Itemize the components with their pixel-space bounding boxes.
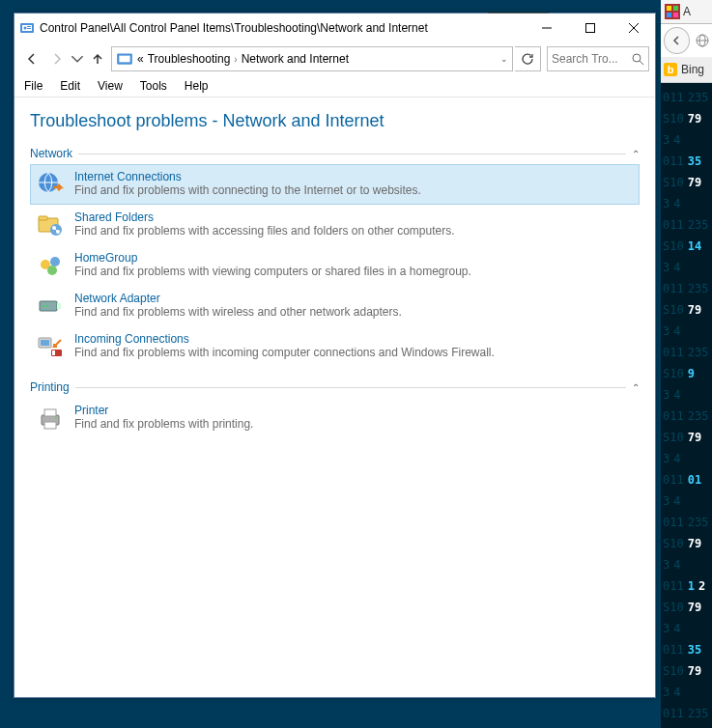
nav-history-dropdown[interactable] [71, 47, 84, 70]
svg-rect-3 [667, 13, 671, 17]
address-dropdown-icon[interactable]: ⌄ [500, 54, 508, 64]
group-header-network[interactable]: Network ⌃ [30, 147, 640, 160]
svg-rect-13 [27, 26, 31, 27]
browser-back-button[interactable] [664, 27, 690, 54]
nav-forward-button [45, 47, 69, 70]
browser-toolbar-fragment: A [661, 0, 712, 24]
svg-line-22 [640, 61, 643, 65]
browser-refresh-button[interactable] [693, 31, 712, 50]
refresh-button[interactable] [515, 46, 541, 71]
breadcrumb-seg-1[interactable]: Troubleshooting [148, 52, 231, 66]
breadcrumb-prefix: « [137, 52, 144, 66]
refresh-icon [521, 52, 534, 66]
svg-point-36 [46, 305, 48, 307]
maximize-button[interactable] [568, 14, 612, 42]
troubleshooter-desc: Find and fix problems with viewing compu… [74, 265, 471, 278]
minimize-icon [542, 23, 552, 33]
svg-point-21 [633, 54, 641, 62]
breadcrumb-seg-2[interactable]: Network and Internet [242, 52, 349, 66]
menu-bar: File Edit View Tools Help [14, 75, 655, 98]
search-placeholder: Search Tro... [552, 52, 632, 66]
svg-rect-16 [585, 24, 594, 33]
troubleshooter-icon [36, 292, 65, 321]
menu-help[interactable]: Help [185, 79, 209, 93]
browser-app-label: A [683, 5, 691, 18]
svg-point-35 [43, 305, 44, 307]
troubleshooter-item[interactable]: HomeGroupFind and fix problems with view… [30, 245, 640, 286]
group-label: Printing [30, 380, 70, 394]
minimize-button[interactable] [525, 14, 568, 42]
titlebar[interactable]: Control Panel\All Control Panel Items\Tr… [14, 14, 655, 42]
troubleshooter-desc: Find and fix problems with printing. [74, 417, 253, 431]
globe-icon [696, 34, 709, 47]
chevron-right-icon: › [234, 54, 237, 65]
troubleshooter-name: Network Adapter [74, 292, 402, 305]
control-panel-icon [19, 20, 35, 36]
troubleshooter-item[interactable]: Network AdapterFind and fix problems wit… [30, 286, 640, 326]
arrow-up-icon [90, 51, 105, 67]
chevron-down-icon [71, 51, 84, 67]
troubleshooter-icon [36, 332, 65, 361]
troubleshooter-desc: Find and fix problems with incoming comp… [74, 346, 495, 359]
troubleshooter-name: HomeGroup [74, 251, 471, 265]
nav-back-button[interactable] [20, 47, 43, 70]
close-icon [629, 23, 639, 33]
chevron-up-icon[interactable]: ⌃ [632, 382, 640, 393]
address-bar[interactable]: « Troubleshooting › Network and Internet… [111, 46, 513, 71]
troubleshooter-icon [36, 210, 65, 239]
troubleshooter-item[interactable]: PrinterFind and fix problems with printi… [30, 398, 640, 438]
svg-rect-40 [52, 350, 55, 355]
troubleshooter-item[interactable]: Incoming ConnectionsFind and fix problem… [30, 326, 640, 367]
troubleshooter-item[interactable]: Internet ConnectionsFind and fix problem… [30, 164, 640, 205]
arrow-left-icon [671, 35, 683, 46]
menu-file[interactable]: File [24, 79, 43, 93]
svg-rect-2 [673, 6, 678, 11]
troubleshooter-name: Printer [74, 404, 253, 417]
troubleshooter-icon [36, 170, 65, 199]
nav-up-button[interactable] [86, 47, 109, 70]
troubleshooter-icon [36, 404, 65, 433]
browser-tab-label[interactable]: Bing [681, 63, 704, 76]
svg-rect-20 [119, 56, 129, 63]
troubleshooter-name: Incoming Connections [74, 332, 495, 346]
group-label: Network [30, 147, 72, 160]
content-pane: Troubleshoot problems - Network and Inte… [14, 98, 655, 438]
nav-row: « Troubleshooting › Network and Internet… [14, 42, 655, 75]
close-button[interactable] [612, 14, 655, 42]
group-header-printing[interactable]: Printing ⌃ [30, 380, 640, 394]
troubleshooter-desc: Find and fix problems with wireless and … [74, 305, 402, 319]
menu-view[interactable]: View [98, 79, 123, 93]
search-input[interactable]: Search Tro... [547, 46, 649, 71]
svg-point-31 [50, 257, 60, 266]
app-icon [665, 4, 680, 19]
arrow-right-icon [49, 51, 65, 67]
troubleshooter-item[interactable]: Shared FoldersFind and fix problems with… [30, 205, 640, 245]
troubleshooter-icon [36, 251, 65, 280]
arrow-left-icon [24, 51, 40, 67]
background-code-column: 011235S10793401135S107934011235S10143401… [661, 83, 712, 728]
svg-point-12 [24, 27, 27, 30]
chevron-up-icon[interactable]: ⌃ [632, 149, 640, 159]
svg-rect-4 [673, 13, 678, 17]
svg-rect-25 [39, 216, 47, 220]
maximize-icon [585, 23, 595, 33]
menu-tools[interactable]: Tools [140, 79, 167, 93]
svg-rect-42 [44, 409, 56, 416]
control-panel-window: Control Panel\All Control Panel Items\Tr… [14, 13, 656, 698]
troubleshooter-name: Internet Connections [74, 170, 421, 183]
troubleshooter-name: Shared Folders [74, 210, 455, 224]
bing-icon: b [664, 63, 677, 76]
svg-rect-38 [41, 340, 49, 346]
svg-rect-43 [44, 422, 56, 429]
background-browser-strip: A b Bing 011235S10793401135S107934011235… [661, 0, 712, 728]
search-icon [632, 53, 644, 66]
svg-rect-14 [27, 28, 31, 29]
menu-edit[interactable]: Edit [60, 79, 80, 93]
troubleshooter-desc: Find and fix problems with connecting to… [74, 183, 421, 197]
browser-tabs-fragment: b Bing [661, 57, 712, 83]
svg-point-32 [47, 266, 57, 275]
control-panel-icon [116, 50, 133, 68]
browser-nav-fragment [661, 24, 712, 57]
page-title: Troubleshoot problems - Network and Inte… [30, 111, 640, 131]
troubleshooter-desc: Find and fix problems with accessing fil… [74, 224, 455, 238]
